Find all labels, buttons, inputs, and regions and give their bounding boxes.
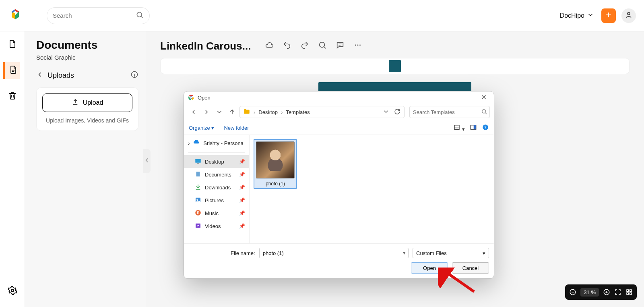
svg-rect-24 xyxy=(197,163,199,164)
sidebar-item-desktop[interactable]: Desktop 📌 xyxy=(184,155,249,168)
fullscreen-icon[interactable] xyxy=(614,288,621,296)
view-mode-icon[interactable]: ▾ xyxy=(453,124,465,132)
create-button[interactable] xyxy=(601,8,616,23)
filename-field[interactable]: ▾ xyxy=(259,248,409,258)
pictures-icon xyxy=(194,196,202,205)
zoom-in-button[interactable] xyxy=(603,288,610,296)
nav-forward-icon[interactable] xyxy=(201,106,212,118)
filename-input[interactable] xyxy=(263,248,405,258)
sidebar-item-label: Downloads xyxy=(205,185,231,191)
rail-trash[interactable] xyxy=(4,88,21,105)
file-thumb-caption: photo (1) xyxy=(256,178,295,187)
rail-documents[interactable] xyxy=(4,36,21,53)
upload-hint: Upload Images, Videos and GIFs xyxy=(42,117,132,125)
cloud-sync-icon[interactable] xyxy=(265,41,274,51)
trash-icon xyxy=(8,91,17,102)
chevron-down-icon xyxy=(587,11,594,20)
folder-icon xyxy=(243,108,250,116)
zoom-out-button[interactable] xyxy=(569,288,576,296)
zoom-value[interactable]: 31 % xyxy=(580,288,599,297)
document-title[interactable]: LinkedIn Carous... xyxy=(160,40,265,52)
svg-point-29 xyxy=(197,213,198,214)
dialog-file-area[interactable]: photo (1) xyxy=(250,135,494,243)
dialog-close-button[interactable] xyxy=(478,93,490,103)
canvas-tools xyxy=(265,41,362,51)
search-canvas-icon[interactable] xyxy=(318,41,327,51)
organize-menu[interactable]: Organize ▾ xyxy=(189,125,214,131)
zoom-dock: 31 % xyxy=(565,284,637,300)
sidebar-item-documents[interactable]: Documents 📌 xyxy=(184,168,249,181)
undo-icon[interactable] xyxy=(283,41,291,51)
account-button[interactable] xyxy=(621,8,636,23)
onedrive-icon xyxy=(193,139,200,147)
dialog-search-input[interactable] xyxy=(413,109,481,115)
dialog-search[interactable] xyxy=(409,106,490,118)
grid-icon[interactable] xyxy=(625,288,633,296)
svg-point-16 xyxy=(190,97,192,98)
sidebar-item-label: Videos xyxy=(205,223,221,229)
back-icon[interactable] xyxy=(36,71,43,80)
panel-subtitle: Social Graphic xyxy=(36,54,138,61)
document-icon xyxy=(8,39,17,50)
workspace-switcher[interactable]: DocHipo xyxy=(558,9,596,23)
breadcrumb[interactable]: › Desktop › Templates xyxy=(239,106,405,118)
documents-icon xyxy=(194,170,202,179)
dialog-toolbar: Organize ▾ New folder ▾ ? xyxy=(184,121,494,135)
uploads-label: Uploads xyxy=(47,71,74,80)
page-thumb-1[interactable] xyxy=(389,60,401,72)
svg-point-6 xyxy=(357,45,359,46)
redo-icon[interactable] xyxy=(300,41,309,51)
svg-point-0 xyxy=(137,12,142,17)
file-thumb-image xyxy=(256,141,295,178)
global-search-input[interactable] xyxy=(53,12,136,19)
help-icon[interactable]: ? xyxy=(482,124,489,132)
filetype-select[interactable]: Custom Files ▾ xyxy=(413,248,489,258)
open-button[interactable]: Open xyxy=(411,262,448,274)
cancel-button[interactable]: Cancel xyxy=(452,262,489,274)
svg-rect-13 xyxy=(630,293,632,295)
breadcrumb-1[interactable]: Templates xyxy=(286,109,310,115)
sidebar-account[interactable]: › Srishty - Persona xyxy=(184,137,249,150)
sidebar-item-label: Desktop xyxy=(205,159,224,165)
left-rail xyxy=(0,31,25,307)
file-thumb[interactable]: photo (1) xyxy=(254,139,297,189)
page-thumbnails[interactable] xyxy=(160,58,630,74)
rail-settings[interactable] xyxy=(4,283,21,300)
videos-icon xyxy=(194,222,202,230)
nav-up-icon[interactable] xyxy=(227,106,238,118)
chevron-down-icon[interactable]: ▾ xyxy=(403,250,406,256)
sidebar-item-label: Music xyxy=(205,210,219,216)
breadcrumb-0[interactable]: Desktop xyxy=(258,109,278,115)
nav-recent-icon[interactable] xyxy=(214,106,225,118)
global-search[interactable] xyxy=(47,7,150,24)
sidebar-item-pictures[interactable]: Pictures 📌 xyxy=(184,194,249,207)
new-folder-button[interactable]: New folder xyxy=(224,125,249,131)
svg-point-27 xyxy=(196,199,198,200)
svg-rect-18 xyxy=(454,125,459,130)
svg-point-5 xyxy=(355,45,356,46)
more-icon[interactable] xyxy=(353,41,362,51)
refresh-icon[interactable] xyxy=(394,108,401,116)
preview-pane-icon[interactable] xyxy=(470,124,477,132)
sidebar-item-music[interactable]: Music 📌 xyxy=(184,207,249,220)
filename-label: File name: xyxy=(231,250,255,256)
search-icon xyxy=(136,11,144,21)
pin-icon: 📌 xyxy=(239,210,245,216)
svg-rect-25 xyxy=(196,172,200,176)
sidebar-item-downloads[interactable]: Downloads 📌 xyxy=(184,181,249,194)
crumb-dropdown-icon[interactable] xyxy=(382,108,390,116)
info-icon[interactable] xyxy=(130,71,138,80)
svg-rect-12 xyxy=(627,293,629,295)
svg-point-4 xyxy=(320,42,325,48)
gear-icon xyxy=(8,286,17,297)
sidebar-item-videos[interactable]: Videos 📌 xyxy=(184,220,249,232)
nav-back-icon[interactable] xyxy=(188,106,199,118)
sidebar-item-label: Documents xyxy=(205,172,231,178)
rail-uploads[interactable] xyxy=(3,62,20,79)
app-logo xyxy=(8,8,23,23)
dialog-body: › Srishty - Persona Desktop 📌 Documents … xyxy=(184,135,494,243)
upload-button[interactable]: Upload xyxy=(42,93,132,112)
chevron-right-icon: › xyxy=(254,109,255,115)
svg-point-30 xyxy=(198,212,199,213)
comment-icon[interactable] xyxy=(336,41,345,51)
